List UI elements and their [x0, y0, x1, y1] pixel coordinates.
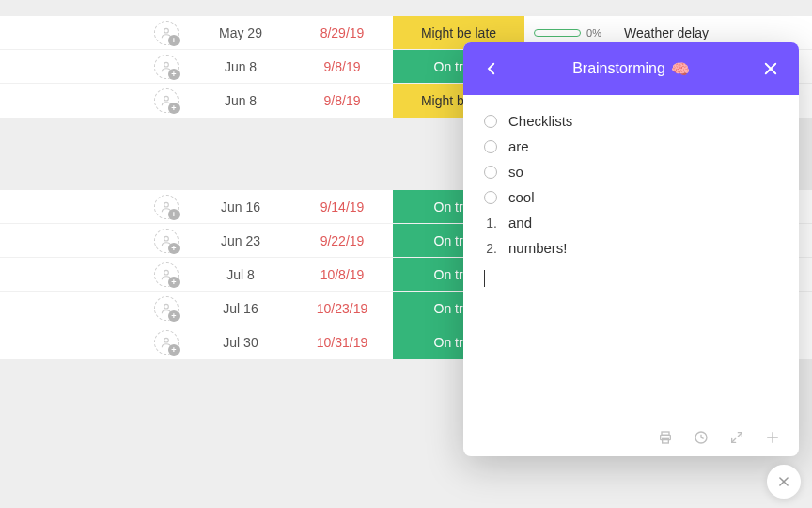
plus-icon: + — [168, 103, 180, 114]
svg-point-5 — [164, 270, 169, 275]
add-button[interactable] — [765, 430, 780, 445]
panel-title-emoji: 🧠 — [671, 60, 690, 78]
print-icon — [658, 430, 673, 445]
plus-icon: + — [168, 243, 180, 254]
date-cell[interactable]: May 29 — [190, 25, 291, 40]
checklist-label: cool — [508, 189, 535, 205]
print-button[interactable] — [658, 430, 673, 445]
panel-title: Brainstorming 🧠 — [572, 60, 690, 78]
date-cell[interactable]: Jun 8 — [190, 59, 291, 74]
date-cell[interactable]: Jun 8 — [190, 93, 291, 108]
svg-point-4 — [164, 236, 169, 241]
svg-point-2 — [164, 96, 169, 101]
checkbox-icon[interactable] — [484, 166, 497, 179]
deadline-cell[interactable]: 8/29/19 — [291, 25, 393, 40]
numbered-label: numbers! — [508, 240, 568, 256]
expand-button[interactable] — [729, 430, 744, 445]
assignee-cell[interactable]: + — [0, 21, 190, 45]
assignee-cell[interactable]: + — [0, 229, 190, 253]
svg-point-3 — [164, 202, 169, 207]
assignee-avatar-placeholder[interactable]: + — [154, 229, 179, 253]
expand-icon — [729, 430, 744, 445]
checklist-item[interactable]: cool — [484, 184, 778, 210]
chevron-left-icon — [483, 60, 500, 77]
assignee-cell[interactable]: + — [0, 195, 190, 219]
svg-point-7 — [164, 338, 169, 342]
assignee-avatar-placeholder[interactable]: + — [154, 88, 179, 113]
note-cell[interactable]: Weather delay — [611, 25, 812, 40]
plus-icon: + — [168, 277, 180, 288]
numbered-item[interactable]: 2. numbers! — [484, 235, 778, 261]
date-cell[interactable]: Jul 8 — [190, 267, 291, 282]
numbered-item[interactable]: 1. and — [484, 210, 778, 235]
checklist-label: are — [508, 138, 529, 154]
plus-icon: + — [168, 310, 180, 322]
panel-title-text: Brainstorming — [572, 60, 665, 77]
history-button[interactable] — [694, 430, 709, 445]
assignee-cell[interactable]: + — [0, 262, 190, 287]
checkbox-icon[interactable] — [484, 140, 497, 153]
assignee-avatar-placeholder[interactable]: + — [154, 21, 179, 45]
assignee-cell[interactable]: + — [0, 55, 190, 79]
deadline-cell[interactable]: 9/8/19 — [291, 59, 393, 74]
numbered-label: and — [508, 214, 532, 230]
checklist-item[interactable]: Checklists — [484, 108, 778, 134]
assignee-avatar-placeholder[interactable]: + — [154, 296, 179, 321]
progress-cell[interactable]: 0% — [524, 27, 611, 39]
assignee-avatar-placeholder[interactable]: + — [154, 195, 179, 219]
svg-point-6 — [164, 304, 169, 309]
assignee-avatar-placeholder[interactable]: + — [154, 55, 179, 79]
checklist-item[interactable]: so — [484, 159, 778, 184]
close-icon — [762, 60, 779, 77]
progress-value: 0% — [586, 27, 601, 39]
history-icon — [694, 430, 709, 445]
assignee-cell[interactable]: + — [0, 296, 190, 321]
svg-point-0 — [164, 28, 169, 33]
progress-bar — [534, 29, 581, 37]
close-panel-button[interactable] — [759, 57, 782, 80]
number-marker: 2. — [484, 241, 497, 256]
plus-icon: + — [168, 209, 180, 220]
deadline-cell[interactable]: 10/8/19 — [291, 267, 393, 282]
checkbox-icon[interactable] — [484, 115, 497, 128]
checklist-label: Checklists — [508, 113, 572, 129]
close-icon — [777, 475, 790, 488]
assignee-cell[interactable]: + — [0, 330, 190, 355]
plus-icon: + — [168, 35, 180, 46]
back-button[interactable] — [480, 57, 503, 80]
checklist-label: so — [508, 164, 523, 180]
plus-icon: + — [168, 344, 180, 356]
date-cell[interactable]: Jun 23 — [190, 233, 291, 248]
assignee-avatar-placeholder[interactable]: + — [154, 330, 179, 355]
checkbox-icon[interactable] — [484, 191, 497, 204]
date-cell[interactable]: Jun 16 — [190, 199, 291, 214]
assignee-cell[interactable]: + — [0, 88, 190, 113]
plus-icon: + — [168, 69, 180, 80]
number-marker: 1. — [484, 215, 497, 230]
deadline-cell[interactable]: 10/23/19 — [291, 301, 393, 316]
deadline-cell[interactable]: 9/22/19 — [291, 233, 393, 248]
floating-close-button[interactable] — [767, 465, 801, 499]
checklist-item[interactable]: are — [484, 134, 778, 159]
plus-icon — [765, 430, 780, 445]
text-cursor — [484, 270, 485, 287]
panel-body[interactable]: Checklists are so cool 1. and 2. numbers… — [463, 95, 799, 419]
deadline-cell[interactable]: 9/8/19 — [291, 93, 393, 108]
date-cell[interactable]: Jul 16 — [190, 301, 291, 316]
assignee-avatar-placeholder[interactable]: + — [154, 262, 179, 287]
svg-point-1 — [164, 62, 169, 67]
panel-footer — [463, 419, 799, 456]
deadline-cell[interactable]: 9/14/19 — [291, 199, 393, 214]
date-cell[interactable]: Jul 30 — [190, 335, 291, 350]
brainstorming-panel: Brainstorming 🧠 Checklists are so cool 1… — [463, 42, 799, 456]
panel-header: Brainstorming 🧠 — [463, 42, 799, 95]
deadline-cell[interactable]: 10/31/19 — [291, 335, 393, 350]
